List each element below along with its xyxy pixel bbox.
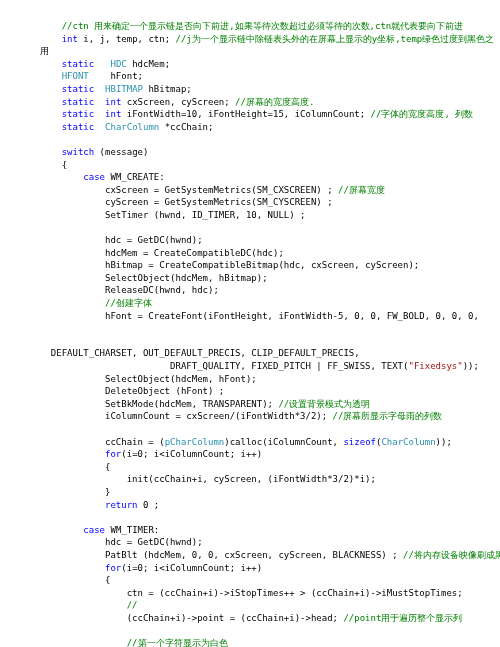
code-block: //ctn 用来确定一个显示链是否向下前进,如果等待次数超过必须等待的次数,ct…	[40, 20, 460, 647]
